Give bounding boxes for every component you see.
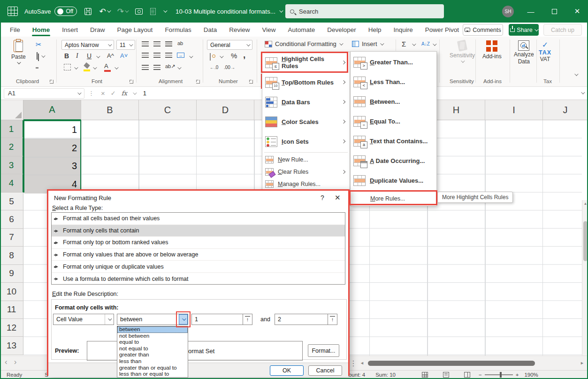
name-box[interactable]: A1 (4, 88, 84, 99)
dialog-close-button[interactable]: ✕ (335, 193, 341, 202)
comma-style-button[interactable]: , (243, 50, 245, 60)
menu-item-data-bars[interactable]: Data Bars (262, 92, 350, 112)
increase-indent-icon[interactable] (153, 65, 160, 70)
operand-type-combo[interactable]: Cell Value (53, 314, 114, 325)
operator-option-equal-to[interactable]: equal to (117, 339, 188, 346)
page-break-view-icon[interactable] (464, 372, 470, 378)
tab-insert[interactable]: Insert (56, 23, 84, 37)
column-header-d[interactable]: D (197, 100, 254, 120)
autosum-button[interactable]: Σ (402, 40, 406, 48)
zoom-in-button[interactable]: + (516, 372, 519, 378)
rule-type-option-4[interactable]: Format only values that are above or bel… (52, 249, 345, 261)
ok-button[interactable]: OK (270, 365, 304, 376)
scroll-right-icon[interactable]: ► (580, 361, 584, 365)
row-header-12[interactable]: 12 (0, 319, 23, 337)
rule-type-option-6[interactable]: Use a formula to determine which cells t… (52, 273, 345, 285)
tax-vat-button[interactable]: ✓ TAX VAT (539, 40, 551, 62)
menu-item-icon-sets[interactable]: Icon Sets (262, 131, 350, 151)
column-header-c[interactable]: C (139, 100, 197, 120)
value1-input[interactable]: 1 ↑ (191, 314, 252, 325)
formula-bar-expand-chevron-icon[interactable] (581, 90, 585, 94)
wrap-text-button[interactable]: ab (177, 40, 183, 46)
percent-style-button[interactable]: % (231, 52, 237, 60)
save-button[interactable] (84, 8, 92, 15)
operator-option-greater-equal[interactable]: greater than or equal to (117, 365, 188, 371)
scroll-left-icon[interactable]: ◄ (360, 361, 364, 365)
formula-cancel-button[interactable]: × (101, 89, 105, 97)
value2-input[interactable]: 2 ↑ (275, 314, 337, 325)
print-preview-button[interactable] (150, 8, 156, 15)
tab-help[interactable]: Help (362, 23, 388, 37)
submenu-item-text-that-contains[interactable]: Text that Contains... (351, 131, 436, 151)
bold-button[interactable]: B (64, 52, 69, 60)
tab-automate[interactable]: Automate (282, 23, 321, 37)
fill-color-chevron-icon[interactable] (93, 65, 97, 69)
decrease-decimal-button[interactable]: .00→ (224, 65, 235, 70)
tab-draw[interactable]: Draw (84, 23, 111, 37)
close-button[interactable]: ✕ (566, 0, 588, 23)
collapse-dialog-icon[interactable]: ↑ (328, 314, 337, 325)
submenu-item-less-than[interactable]: Less Than... (351, 72, 436, 92)
borders-chevron-icon[interactable] (74, 65, 78, 69)
tab-view[interactable]: View (256, 23, 282, 37)
row-header-2[interactable]: 2 (0, 138, 23, 156)
horizontal-scrollbar[interactable]: ⋮ ◄ ► (350, 358, 584, 368)
clipboard-dialog-launcher[interactable] (50, 80, 53, 84)
decrease-indent-icon[interactable] (142, 65, 149, 70)
normal-view-icon[interactable] (422, 372, 428, 378)
add-ins-button[interactable]: Add-ins (482, 40, 502, 60)
formula-bar-content[interactable]: 1 (143, 90, 146, 97)
row-header-13[interactable]: 13 (0, 337, 23, 355)
catch-up-button[interactable]: Catch up (543, 24, 582, 36)
column-header-a[interactable]: A (23, 100, 81, 120)
number-dialog-launcher[interactable] (249, 80, 253, 84)
dialog-help-button[interactable]: ? (321, 194, 324, 201)
column-header-j[interactable]: J (543, 100, 588, 120)
conditional-formatting-button[interactable]: Conditional Formatting (265, 40, 342, 47)
cancel-button[interactable]: Cancel (308, 365, 342, 376)
orientation-button[interactable]: ab↗ (165, 63, 175, 70)
chevron-down-icon[interactable] (107, 8, 111, 12)
select-all-corner[interactable] (0, 100, 23, 120)
align-left-icon[interactable] (142, 53, 149, 58)
font-size-combo[interactable]: 11 (116, 40, 135, 50)
prev-sheet-button[interactable]: ‹ (5, 357, 8, 367)
autosum-chevron-icon[interactable] (412, 42, 416, 46)
tab-formulas[interactable]: Formulas (159, 23, 197, 37)
collapse-dialog-icon[interactable]: ↑ (243, 314, 252, 325)
autosave-toggle[interactable]: Off (54, 7, 77, 16)
tab-page-layout[interactable]: Page Layout (111, 23, 159, 37)
zoom-out-button[interactable]: − (479, 372, 482, 378)
align-right-icon[interactable] (165, 53, 172, 58)
excel-app-icon[interactable] (8, 7, 18, 16)
accounting-chevron-icon[interactable] (220, 54, 223, 58)
align-middle-icon[interactable] (153, 41, 160, 46)
tab-power-pivot[interactable]: Power Pivot (419, 23, 465, 37)
status-sum[interactable]: Sum: 10 (375, 372, 396, 378)
cell-a3[interactable]: 3 (24, 157, 80, 175)
redo-button[interactable]: ↷ (117, 8, 128, 15)
analyze-data-button[interactable]: Analyze Data (514, 40, 534, 65)
row-header-5[interactable]: 5 (0, 193, 23, 210)
share-button[interactable]: Share (509, 24, 539, 36)
borders-button[interactable] (64, 64, 71, 70)
operator-option-not-between[interactable]: not between (117, 333, 188, 340)
format-button[interactable]: Format... (308, 344, 339, 357)
menu-item-manage-rules[interactable]: Manage Rules... (262, 178, 350, 190)
orientation-chevron-icon[interactable] (177, 65, 181, 69)
rule-type-option-3[interactable]: Format only top or bottom ranked values (52, 237, 345, 249)
font-name-combo[interactable]: Aptos Narrow (61, 40, 114, 50)
minimize-button[interactable]: — (520, 0, 542, 23)
submenu-item-between[interactable]: Between... (351, 92, 436, 111)
rule-type-option-1[interactable]: Format all cells based on their values (52, 213, 345, 225)
underline-chevron-icon[interactable] (96, 54, 100, 58)
tab-developer[interactable]: Developer (321, 23, 362, 37)
scrollbar-splitter[interactable]: ⋮ (350, 359, 357, 368)
tab-review[interactable]: Review (223, 23, 256, 37)
zoom-level[interactable]: 190% (524, 372, 538, 378)
column-header-i[interactable]: I (485, 100, 543, 120)
maximize-button[interactable] (543, 0, 565, 23)
screen-clip-button[interactable] (135, 8, 143, 15)
tab-data[interactable]: Data (198, 23, 223, 37)
formula-enter-button[interactable]: ✓ (111, 90, 116, 97)
